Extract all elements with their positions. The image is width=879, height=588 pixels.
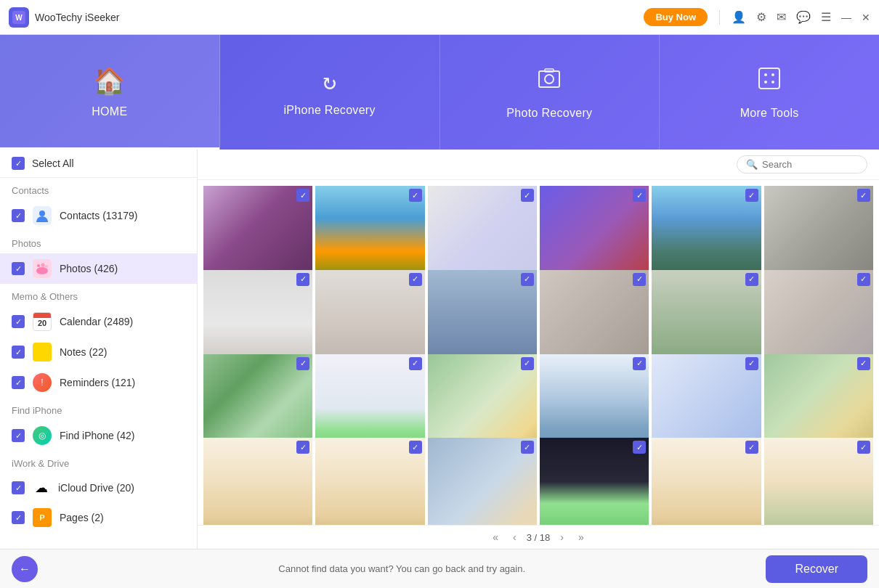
chat-icon[interactable]: 💬	[796, 10, 811, 24]
photo-check-icon[interactable]: ✓	[409, 189, 422, 202]
photo-thumbnail[interactable]: ✓	[203, 438, 312, 525]
pages-icon: P	[32, 507, 52, 528]
photo-thumbnail[interactable]: ✓	[764, 438, 873, 525]
nav-iphone-label: iPhone Recovery	[283, 104, 375, 117]
photo-check-icon[interactable]: ✓	[296, 189, 309, 202]
title-icons: 👤 ⚙ ✉ 💬 ☰ — ✕	[732, 10, 870, 24]
nav-more-tools[interactable]: More Tools	[660, 35, 879, 150]
photo-check-icon[interactable]: ✓	[633, 273, 646, 286]
nav-photo-label: Photo Recovery	[506, 107, 592, 120]
back-button[interactable]: ←	[12, 556, 38, 582]
recover-button[interactable]: Recover	[766, 555, 867, 583]
svg-text:W: W	[15, 14, 23, 22]
photo-check-icon[interactable]: ✓	[409, 441, 422, 454]
sidebar-item-notes[interactable]: ✓ Notes (22)	[0, 337, 197, 367]
svg-point-16	[36, 267, 48, 274]
photo-check-icon[interactable]: ✓	[633, 189, 646, 202]
iphone-recovery-icon: ↻	[323, 68, 336, 95]
nav-home[interactable]: 🏠 HOME	[0, 35, 220, 150]
calendar-checkbox[interactable]: ✓	[12, 315, 25, 328]
photo-area: 🔍 ✓✓✓✓✓✓✓✓✓✓✓✓✓✓✓✓✓✓✓✓✓✓✓✓ « ‹ 3 / 18 › …	[198, 150, 879, 549]
svg-point-9	[771, 81, 774, 83]
photo-check-icon[interactable]: ✓	[296, 357, 309, 370]
photo-check-icon[interactable]: ✓	[296, 441, 309, 454]
nav-photo-recovery[interactable]: Photo Recovery	[440, 35, 660, 150]
sidebar-item-photos[interactable]: ✓ Photos (426)	[0, 253, 197, 284]
notes-label: Notes (22)	[60, 346, 185, 358]
contacts-checkbox[interactable]: ✓	[12, 209, 25, 222]
photo-thumbnail[interactable]: ✓	[428, 438, 537, 525]
sidebar-item-contacts[interactable]: ✓ Contacts (13179)	[0, 200, 197, 231]
prev-page-button[interactable]: ‹	[509, 530, 521, 544]
reminders-checkbox[interactable]: ✓	[12, 376, 25, 389]
close-button[interactable]: ✕	[862, 12, 870, 23]
svg-point-11	[39, 211, 45, 216]
photo-check-icon[interactable]: ✓	[521, 357, 534, 370]
settings-icon[interactable]: ⚙	[756, 10, 766, 24]
nav-home-label: HOME	[92, 105, 127, 118]
title-bar: W WooTechy iSeeker Buy Now 👤 ⚙ ✉ 💬 ☰ — ✕	[0, 0, 879, 35]
photo-check-icon[interactable]: ✓	[745, 441, 758, 454]
pages-checkbox[interactable]: ✓	[12, 511, 25, 524]
photos-checkbox[interactable]: ✓	[12, 262, 25, 275]
sidebar-item-find-iphone[interactable]: ✓ ◎ Find iPhone (42)	[0, 420, 197, 451]
photo-check-icon[interactable]: ✓	[857, 441, 870, 454]
photo-check-icon[interactable]: ✓	[409, 357, 422, 370]
svg-point-3	[545, 75, 554, 83]
photos-label: Photos (426)	[60, 263, 185, 274]
first-page-button[interactable]: «	[488, 530, 503, 544]
sidebar-item-reminders[interactable]: ✓ ! Reminders (121)	[0, 367, 197, 398]
footer: ← Cannot find data you want? You can go …	[0, 549, 879, 588]
photo-check-icon[interactable]: ✓	[857, 189, 870, 202]
find-iphone-checkbox[interactable]: ✓	[12, 429, 25, 442]
calendar-label: Calendar (2489)	[60, 316, 185, 327]
nav-iphone-recovery[interactable]: ↻ iPhone Recovery	[220, 35, 440, 150]
photo-check-icon[interactable]: ✓	[633, 357, 646, 370]
find-iphone-icon: ◎	[32, 425, 52, 446]
sidebar-item-calendar[interactable]: ✓ 20 Calendar (2489)	[0, 306, 197, 337]
last-page-button[interactable]: »	[574, 530, 588, 544]
photo-thumbnail[interactable]: ✓	[315, 438, 424, 525]
minimize-button[interactable]: —	[841, 12, 851, 23]
photo-thumbnail[interactable]: ✓	[540, 438, 649, 525]
photo-check-icon[interactable]: ✓	[409, 273, 422, 286]
icloud-drive-checkbox[interactable]: ✓	[12, 481, 25, 494]
select-all-checkbox[interactable]: ✓	[12, 157, 25, 170]
select-all-row[interactable]: ✓ Select All	[0, 150, 197, 178]
mail-icon[interactable]: ✉	[777, 10, 786, 24]
photo-check-icon[interactable]: ✓	[633, 441, 646, 454]
photo-thumbnail[interactable]: ✓	[652, 438, 761, 525]
photo-check-icon[interactable]: ✓	[296, 273, 309, 286]
section-iwork-header: iWork & Drive	[0, 451, 197, 473]
photo-check-icon[interactable]: ✓	[857, 273, 870, 286]
more-tools-icon	[756, 65, 782, 98]
sidebar-item-icloud-drive[interactable]: ✓ ☁ iCloud Drive (20)	[0, 473, 197, 502]
search-input[interactable]	[762, 159, 856, 170]
contacts-icon	[32, 205, 52, 226]
find-iphone-label: Find iPhone (42)	[60, 430, 185, 441]
calendar-icon: 20	[32, 311, 52, 332]
photo-check-icon[interactable]: ✓	[857, 357, 870, 370]
next-page-button[interactable]: ›	[556, 530, 568, 544]
main-content: ✓ Select All Contacts ✓ Contacts (13179)…	[0, 150, 879, 549]
photo-check-icon[interactable]: ✓	[745, 357, 758, 370]
photo-check-icon[interactable]: ✓	[521, 273, 534, 286]
buy-now-button[interactable]: Buy Now	[644, 8, 708, 26]
section-memo-header: Memo & Others	[0, 284, 197, 306]
svg-point-14	[41, 264, 45, 267]
photo-check-icon[interactable]: ✓	[745, 273, 758, 286]
person-icon[interactable]: 👤	[732, 10, 746, 24]
notes-checkbox[interactable]: ✓	[12, 346, 25, 359]
photo-check-icon[interactable]: ✓	[521, 441, 534, 454]
menu-icon[interactable]: ☰	[821, 10, 831, 24]
pages-label: Pages (2)	[60, 512, 185, 523]
title-bar-right: Buy Now 👤 ⚙ ✉ 💬 ☰ — ✕	[644, 8, 870, 26]
sidebar-item-pages[interactable]: ✓ P Pages (2)	[0, 502, 197, 533]
notes-icon	[32, 342, 52, 362]
photo-check-icon[interactable]: ✓	[745, 189, 758, 202]
sidebar: ✓ Select All Contacts ✓ Contacts (13179)…	[0, 150, 198, 549]
app-logo: W	[9, 7, 29, 28]
icloud-drive-icon: ☁	[32, 478, 51, 497]
photo-check-icon[interactable]: ✓	[521, 189, 534, 202]
svg-rect-2	[539, 71, 559, 87]
